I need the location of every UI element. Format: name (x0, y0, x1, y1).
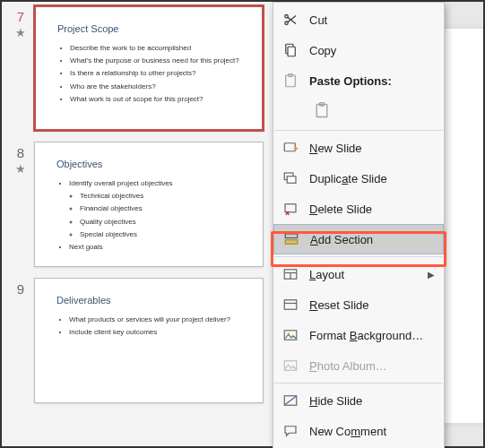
svg-rect-21 (284, 361, 297, 371)
menu-label: Layout (309, 268, 428, 281)
menu-hide-slide[interactable]: Hide Slide (273, 385, 444, 416)
menu-label: Delete Slide (309, 202, 435, 216)
scissors-icon (281, 10, 300, 30)
format-background-icon (281, 325, 300, 345)
menu-label: Photo Album… (309, 359, 435, 373)
thumb-number: 8 ★ (7, 142, 34, 176)
menu-new-slide[interactable]: New Slide (273, 133, 444, 163)
menu-duplicate-slide[interactable]: Duplicate Slide (273, 163, 444, 194)
menu-separator (274, 383, 443, 383)
hide-slide-icon (281, 391, 300, 410)
svg-rect-12 (285, 234, 298, 238)
svg-point-0 (285, 15, 288, 18)
svg-point-1 (285, 22, 288, 24)
new-slide-icon (281, 138, 300, 158)
slide-title: Project Scope (57, 23, 240, 34)
comment-icon (281, 421, 300, 441)
menu-copy[interactable]: Copy (273, 35, 444, 65)
thumb-row-9[interactable]: 9 Deliverables What products or services… (2, 278, 278, 403)
svg-rect-19 (284, 331, 297, 340)
delete-slide-icon (281, 199, 300, 219)
svg-rect-10 (287, 177, 296, 184)
svg-rect-17 (284, 300, 297, 310)
svg-rect-11 (285, 204, 296, 212)
transition-star-icon: ★ (7, 26, 34, 39)
slide-title: Objectives (56, 159, 241, 169)
menu-separator (274, 256, 443, 257)
menu-label: Duplicate Slide (309, 172, 435, 185)
transition-star-icon: ★ (7, 162, 34, 176)
reset-slide-icon (281, 295, 300, 314)
slide-context-menu: Cut Copy Paste Options: (273, 2, 445, 448)
slide-thumbnail[interactable]: Objectives Identify overall project obje… (34, 142, 264, 267)
menu-label: Reset Slide (309, 298, 435, 312)
thumb-number: 9 (7, 278, 34, 297)
svg-rect-8 (284, 143, 295, 151)
menu-cut[interactable]: Cut (273, 4, 444, 35)
slide-bullets: Identify overall project objectives Tech… (56, 178, 241, 252)
slide-bullets: What products or services will your proj… (56, 314, 241, 337)
submenu-arrow-icon: ▶ (428, 270, 435, 280)
slide-thumbnail[interactable]: Deliverables What products or services w… (34, 278, 264, 403)
duplicate-slide-icon (281, 168, 300, 188)
clipboard-icon (281, 71, 300, 90)
slide-title: Deliverables (56, 295, 241, 306)
menu-label: Add Section (310, 233, 434, 246)
menu-delete-slide[interactable]: Delete Slide (273, 194, 444, 224)
menu-reset-slide[interactable]: Reset Slide (273, 289, 444, 320)
layout-icon (281, 264, 300, 284)
menu-layout[interactable]: Layout ▶ (273, 259, 444, 289)
paste-options-row (273, 96, 444, 128)
add-section-icon (281, 229, 301, 249)
svg-point-20 (288, 332, 290, 334)
photo-album-icon (281, 356, 300, 375)
copy-icon (281, 40, 300, 60)
paste-use-destination-theme-button[interactable] (309, 98, 334, 123)
slide-thumbnail[interactable]: Project Scope Describe the work to be ac… (34, 5, 264, 131)
slide-bullets: Describe the work to be accomplished Wha… (57, 43, 240, 104)
thumb-row-8[interactable]: 8 ★ Objectives Identify overall project … (2, 142, 278, 267)
menu-paste-options-header: Paste Options: (273, 65, 444, 96)
menu-separator (274, 130, 443, 131)
menu-new-comment[interactable]: New Comment (273, 416, 444, 446)
slide-thumbnail-panel[interactable]: 7 ★ Project Scope Describe the work to b… (2, 2, 280, 446)
svg-rect-3 (288, 47, 295, 56)
menu-photo-album: Photo Album… (273, 350, 444, 381)
menu-label: New Comment (309, 425, 435, 438)
menu-label: Hide Slide (309, 394, 435, 408)
menu-format-background[interactable]: Format Background… (273, 320, 444, 350)
svg-rect-13 (285, 240, 298, 245)
menu-label: Format Background… (309, 329, 435, 342)
menu-add-section[interactable]: Add Section (273, 224, 444, 254)
thumb-number: 7 ★ (7, 5, 34, 39)
menu-label: New Slide (309, 142, 435, 155)
thumb-row-7[interactable]: 7 ★ Project Scope Describe the work to b… (2, 5, 278, 131)
